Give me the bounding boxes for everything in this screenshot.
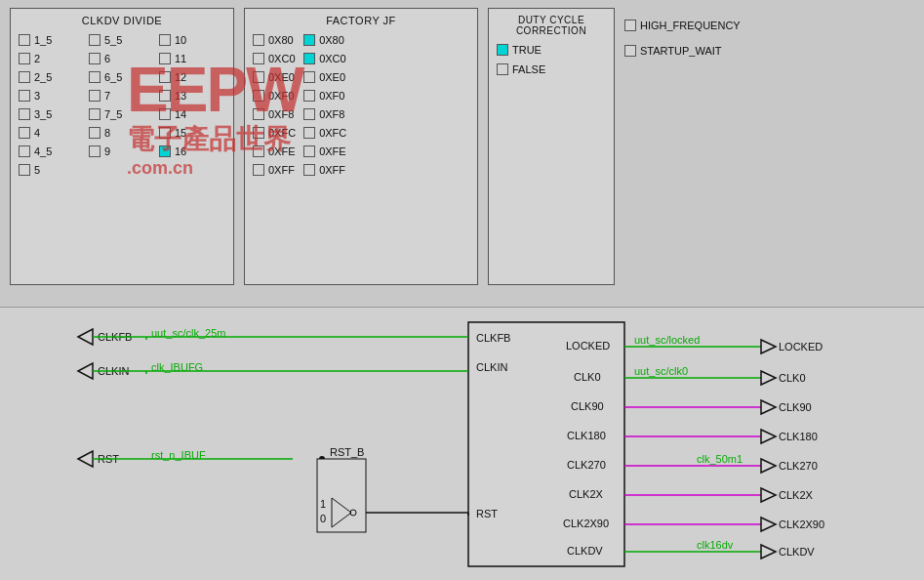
factory-item-col1-0XFF: 0XFF <box>253 162 296 178</box>
factory-label-col2-0XFC: 0XFC <box>319 125 346 141</box>
clkdv-item-7_5: 7_5 <box>89 106 159 122</box>
blk-clk0-label: CLK0 <box>574 371 601 383</box>
label-15: 15 <box>175 125 186 141</box>
label-5_5: 5_5 <box>104 32 122 48</box>
blk-clk90-label: CLK90 <box>571 400 604 412</box>
factory-cb-col1-0XE0[interactable] <box>253 71 264 83</box>
label-3_5: 3_5 <box>34 106 52 122</box>
clkdv-item-8: 8 <box>89 125 159 141</box>
factory-item-col1-0X80: 0X80 <box>253 32 296 48</box>
factory-cb-col1-0XC0[interactable] <box>253 53 264 64</box>
cb-13[interactable] <box>159 90 171 102</box>
top-panel: CLKDV DIVIDE 1_55_51026112_56_51237133_5… <box>0 0 924 293</box>
label-4_5: 4_5 <box>34 144 52 159</box>
factory-cb-col2-0XC0[interactable] <box>303 53 315 64</box>
factory-cb-col2-0XFE[interactable] <box>303 145 315 157</box>
factory-label-col1-0XF0: 0XF0 <box>268 88 294 104</box>
blk-locked-label: LOCKED <box>566 340 610 352</box>
factory-col2: 0X800XC00XE00XF00XF80XFC0XFE0XFF <box>303 32 346 178</box>
startup-checkbox[interactable] <box>624 45 636 57</box>
factory-cb-col1-0X80[interactable] <box>253 34 264 46</box>
factory-label-col2-0XC0: 0XC0 <box>319 51 346 66</box>
true-checkbox[interactable] <box>497 44 508 56</box>
factory-cb-col2-0XE0[interactable] <box>303 71 315 83</box>
false-checkbox[interactable] <box>497 63 508 75</box>
factory-item-col1-0XFE: 0XFE <box>253 144 296 159</box>
cb-8[interactable] <box>89 127 100 139</box>
factory-cb-col1-0XF8[interactable] <box>253 108 264 120</box>
false-label: FALSE <box>512 62 545 77</box>
clkdv-panel: CLKDV DIVIDE 1_55_51026112_56_51237133_5… <box>10 8 234 285</box>
factory-cb-col1-0XF0[interactable] <box>253 90 264 102</box>
cb-16[interactable] <box>159 145 171 157</box>
factory-title: FACTORY JF <box>253 15 469 26</box>
label-7_5: 7_5 <box>104 106 122 122</box>
clkdv-item-14: 14 <box>159 106 229 122</box>
true-row: TRUE <box>497 42 606 58</box>
clkdv-item-7: 7 <box>89 88 159 104</box>
factory-label-col2-0XF8: 0XF8 <box>319 106 344 122</box>
clkdv-item-2: 2 <box>19 51 89 66</box>
blk-clk2x90-label: CLK2X90 <box>563 518 609 529</box>
high-freq-checkbox[interactable] <box>624 20 636 31</box>
factory-cb-col2-0XFC[interactable] <box>303 127 315 139</box>
factory-label-col1-0XF8: 0XF8 <box>268 106 294 122</box>
cb-4[interactable] <box>19 127 30 139</box>
startup-row: STARTUP_WAIT <box>624 43 781 59</box>
factory-label-col2-0X80: 0X80 <box>319 32 344 48</box>
factory-item-col1-0XE0: 0XE0 <box>253 69 296 85</box>
cb-2_5[interactable] <box>19 71 30 83</box>
schematic-svg: CLKFB CLKIN RST uut_sc/clk_25m clk_IBUFG… <box>0 308 924 580</box>
cb-10[interactable] <box>159 34 171 46</box>
cb-3[interactable] <box>19 90 30 102</box>
factory-panel: FACTORY JF 0X800XC00XE00XF00XF80XFC0XFE0… <box>244 8 478 285</box>
rst-port-shape <box>78 451 93 467</box>
factory-label-col2-0XFF: 0XFF <box>319 162 345 178</box>
cb-6[interactable] <box>89 53 100 64</box>
cb-7_5[interactable] <box>89 108 100 120</box>
clk0-out-port <box>761 371 776 385</box>
label-10: 10 <box>175 32 186 48</box>
clkdv-out-label: CLKDV <box>779 546 815 558</box>
cb-5[interactable] <box>19 164 30 176</box>
label-9: 9 <box>104 144 110 159</box>
cb-14[interactable] <box>159 108 171 120</box>
factory-cols: 0X800XC00XE00XF00XF80XFC0XFE0XFF 0X800XC… <box>253 32 469 178</box>
cb-11[interactable] <box>159 53 171 64</box>
cb-9[interactable] <box>89 145 100 157</box>
dcm-block <box>468 322 624 566</box>
clkdv-item-5: 5 <box>19 162 89 178</box>
clk2x90-out-port <box>761 518 776 531</box>
cb-6_5[interactable] <box>89 71 100 83</box>
clk90-out-port <box>761 400 776 414</box>
factory-label-col1-0X80: 0X80 <box>268 32 294 48</box>
label-2_5: 2_5 <box>34 69 52 85</box>
factory-cb-col2-0XFF[interactable] <box>303 164 315 176</box>
label-2: 2 <box>34 51 40 66</box>
factory-cb-col2-0XF8[interactable] <box>303 108 315 120</box>
cb-12[interactable] <box>159 71 171 83</box>
factory-cb-col2-0X80[interactable] <box>303 34 315 46</box>
cb-7[interactable] <box>89 90 100 102</box>
locked-out-label: LOCKED <box>779 341 823 352</box>
factory-cb-col1-0XFE[interactable] <box>253 145 264 157</box>
blk-clk270-label: CLK270 <box>567 459 606 471</box>
cb-1_5[interactable] <box>19 34 30 46</box>
clk270-out-port <box>761 459 776 473</box>
factory-item-col1-0XC0: 0XC0 <box>253 51 296 66</box>
factory-item-col2-0XFE: 0XFE <box>303 144 346 159</box>
factory-item-col1-0XF8: 0XF8 <box>253 106 296 122</box>
factory-col1: 0X800XC00XE00XF00XF80XFC0XFE0XFF <box>253 32 296 178</box>
clkdv-item-13: 13 <box>159 88 229 104</box>
label-13: 13 <box>175 88 186 104</box>
cb-3_5[interactable] <box>19 108 30 120</box>
label-1_5: 1_5 <box>34 32 52 48</box>
factory-cb-col1-0XFF[interactable] <box>253 164 264 176</box>
factory-cb-col2-0XF0[interactable] <box>303 90 315 102</box>
cb-4_5[interactable] <box>19 145 30 157</box>
cb-15[interactable] <box>159 127 171 139</box>
clkdv-item-5_5: 5_5 <box>89 32 159 48</box>
cb-2[interactable] <box>19 53 30 64</box>
cb-5_5[interactable] <box>89 34 100 46</box>
factory-cb-col1-0XFC[interactable] <box>253 127 264 139</box>
